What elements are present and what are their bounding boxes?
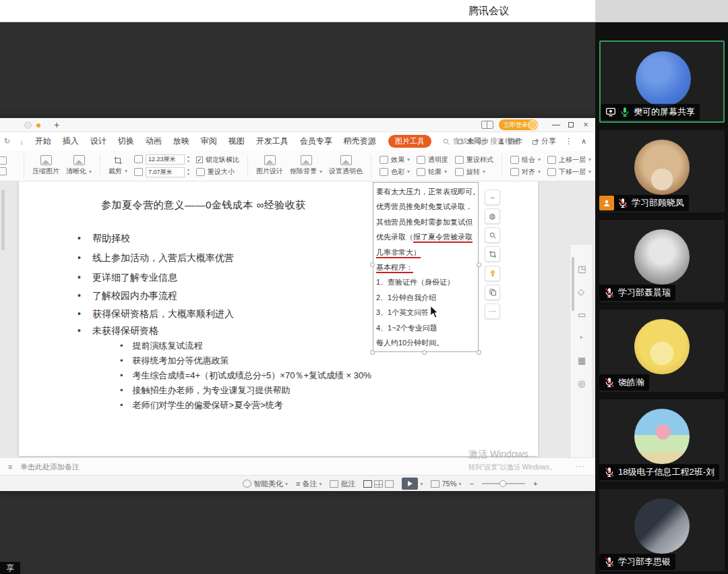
picture-design-button[interactable]: 图片设计 [256,155,283,176]
menu-design[interactable]: 设计 [90,136,107,147]
undo-icon[interactable]: ↻ [4,137,10,146]
collapse-ribbon-button[interactable]: ∧ [581,137,586,146]
layer-group: 上移一层▾ 下移一层▾ [547,155,591,177]
resize-handle-right[interactable] [477,262,481,267]
fit-slide-icon[interactable] [431,480,439,488]
participant-tile[interactable]: 学习部李思银 [599,489,725,571]
height-stepper[interactable]: ▴▾ [187,154,189,164]
panel-slides-icon[interactable]: ▭ [578,310,586,320]
new-tab-button[interactable]: + [54,119,59,132]
effect-button[interactable]: 效果▾ [380,155,410,165]
participant-tile[interactable]: 学习部顾晓凤 [599,130,725,212]
zoom-in-button[interactable]: + [533,480,537,488]
zoom-level[interactable]: 75% [442,480,456,488]
smart-beautify-button[interactable]: 智能美化▾ [243,479,288,489]
canvas-scrollbar[interactable] [1,190,5,250]
material-icon[interactable]: ◍ [485,208,500,224]
participant-tile[interactable]: 18级电子信息工程2班-刘 [599,399,725,482]
collaborate-button[interactable]: 协作 [497,136,522,146]
more-icon[interactable]: ··· [485,304,500,319]
crop-button[interactable]: 裁剪▾ [109,156,127,176]
zoom-out-button[interactable]: − [470,480,474,488]
rotate-button[interactable]: 旋转▾ [455,167,493,177]
participant-tile-sharing[interactable]: 樊可的屏幕共享 [599,40,725,123]
reading-view-button[interactable] [385,480,394,488]
resize-handle-bottom-right[interactable] [477,350,481,355]
comments-button[interactable]: 批注 [330,479,355,489]
transparency-icon [417,156,425,164]
color-button[interactable]: 色彩▾ [380,167,410,177]
slide-sorter-view-button[interactable] [374,480,383,488]
align-button[interactable]: 对齐▾ [510,167,541,177]
menu-devtools[interactable]: 开发工具 [256,136,289,147]
participant-tile[interactable]: 学习部聂晨瑞 [599,220,725,302]
participant-tile[interactable]: 饶皓瀚 [599,310,725,392]
reset-style-icon [455,156,464,164]
menu-review[interactable]: 审阅 [201,136,217,147]
normal-view-button[interactable] [363,480,372,488]
menu-docer[interactable]: 稻壳资源 [344,136,376,147]
participant-name: 学习部李思银 [618,556,671,568]
compress-picture-button[interactable]: 压缩图片 [32,155,59,176]
participant-avatar [634,409,690,464]
menu-start[interactable]: 开始 [35,136,51,147]
slide-canvas[interactable]: 参加夏令营的意义——0金钱成本 ∞经验收获 帮助择校 线上参加活动，入营后大概率… [19,181,538,456]
reset-size-button[interactable]: 重设大小 [196,167,239,177]
close-button[interactable]: × [580,119,592,130]
menu-member[interactable]: 会员专享 [300,136,332,147]
notes-placeholder[interactable]: 单击此处添加备注 [20,462,80,472]
lock-ratio-checkbox[interactable]: ✓ 锁定纵横比 [196,155,239,165]
bring-forward-button[interactable]: 上移一层▾ [547,155,591,165]
collapse-icon[interactable]: − [485,190,500,205]
menu-animation[interactable]: 动画 [146,136,162,147]
transparency-button[interactable]: 透明度 [417,155,448,165]
notes-hamburger-icon[interactable]: ≡ [8,463,12,471]
transparent-color-button[interactable]: 设置透明色 [329,155,363,176]
menu-view[interactable]: 视图 [229,136,245,147]
copy-icon[interactable] [485,285,500,300]
smart-tip-icon[interactable] [485,266,500,281]
send-backward-button[interactable]: 下移一层▾ [547,167,591,177]
resize-handle-bottom[interactable] [422,350,427,355]
vertical-scrollbar[interactable] [572,257,574,311]
picture-tools-tab[interactable]: 图片工具 [388,135,431,148]
height-field[interactable]: 12.23厘米 [146,154,185,165]
panel-history-icon[interactable]: ◔ [578,333,583,343]
zoom-icon[interactable] [485,227,500,243]
menu-transition[interactable]: 切换 [118,136,134,147]
crop-icon[interactable] [485,246,500,262]
width-stepper[interactable]: ▴▾ [187,167,189,177]
panel-gallery-icon[interactable]: ▦ [578,355,586,366]
menu-insert[interactable]: 插入 [63,136,79,147]
group-button[interactable]: 组合▾ [510,155,541,165]
resize-handle-left[interactable] [370,262,375,267]
login-button[interactable]: 立即登录 [499,119,538,130]
outline-button[interactable]: 轮廓▾ [417,167,448,177]
sync-status-button[interactable]: 未同步 [456,136,489,146]
resize-handle-bottom-left[interactable] [370,350,375,355]
selected-textbox[interactable]: 要有太大压力，正常表现即可。 优秀营员推免时免复试录取， 其他营员推免时需参加复… [373,182,479,352]
notes-more-button[interactable]: ··· [576,462,585,470]
zoom-slider[interactable] [482,483,525,484]
more-menu-button[interactable]: ⋮ [565,137,572,146]
width-field[interactable]: 7.07厘米 [146,167,185,177]
share-button[interactable]: 分享 [531,136,556,146]
zoom-slider-knob[interactable] [499,480,506,487]
slideshow-button[interactable]: ▾ [402,478,423,490]
minimize-button[interactable]: — [550,119,562,130]
layout-switch-icon[interactable] [481,121,493,129]
notes-toggle-button[interactable]: ≡ 备注▾ [296,479,322,489]
panel-help-icon[interactable]: ◎ [578,378,585,389]
remove-background-button[interactable]: 抠除背景▾ [290,155,322,176]
panel-beautify-icon[interactable]: ◇ [578,287,584,297]
restore-button[interactable] [565,119,577,130]
wps-home-icon[interactable] [24,121,32,129]
redo-icon[interactable]: ↓ [20,138,24,146]
participant-namebar: 樊可的屏幕共享 [601,104,700,120]
participant-avatar [634,229,690,285]
clarify-button[interactable]: 清晰化▾ [66,155,92,176]
menu-slideshow[interactable]: 放映 [173,136,189,147]
ratio-group: ✓ 锁定纵横比 重设大小 [196,155,239,177]
panel-properties-icon[interactable]: ◳ [578,264,586,274]
reset-style-button[interactable]: 重设样式 [455,155,493,165]
